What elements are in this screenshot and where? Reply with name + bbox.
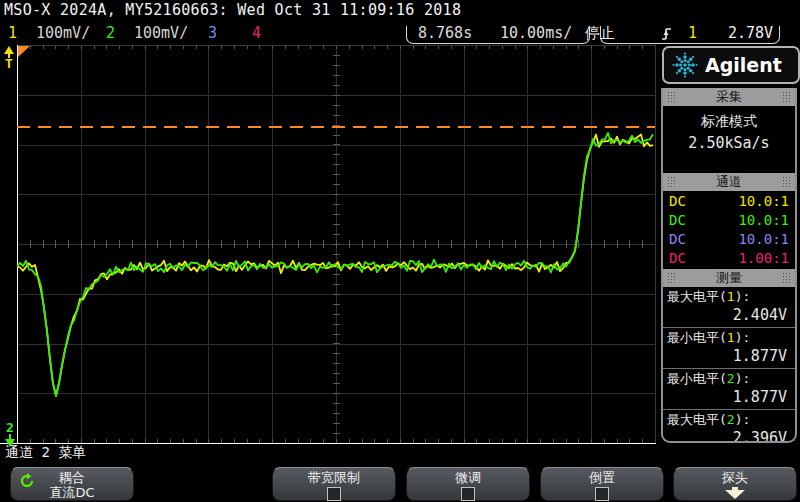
sidebar-panel: 采集 标准模式 2.50kSa/s 通道 DC 10.0:1 DC 10.0:1… [661,88,797,443]
down-arrow-icon [725,490,745,499]
coupling-value: DC [669,192,686,211]
grip-icon [667,272,676,284]
channel-row-3: DC 10.0:1 [663,230,795,249]
acquisition-mode: 标准模式 [663,113,795,131]
measurement-channel: 1 [727,289,735,304]
menu-title: 通道 2 菜单 [5,444,86,462]
checkbox-unchecked [327,487,341,501]
grip-icon [782,272,791,284]
measurement-value: 1.877V [663,388,795,407]
agilent-starburst-icon [672,52,698,78]
section-title: 测量 [716,269,742,287]
softkey-bw-limit[interactable]: 带宽限制 [272,467,396,501]
section-header-channels: 通道 [663,173,795,191]
softkey-invert[interactable]: 倒置 [540,467,664,501]
probe-ratio: 10.0:1 [738,230,789,249]
softkey-fine-adjust[interactable]: 微调 [406,467,530,501]
section-title: 通道 [716,173,742,191]
brand-logo-box: Agilent [662,46,800,84]
sidebar: Agilent 采集 标准模式 2.50kSa/s 通道 DC 10.0:1 D… [661,45,797,445]
sample-rate: 2.50kSa/s [663,134,795,152]
channel-row-4: DC 1.00:1 [663,249,795,268]
measurement-label: 最大电平( [667,412,727,427]
coupling-value: DC [669,211,686,230]
grip-icon [782,176,791,188]
acquisition-info: 标准模式 2.50kSa/s [663,113,795,173]
probe-ratio: 10.0:1 [738,211,789,230]
measurement-list: 最大电平(1): 2.404V 最小电平(1): 1.877V 最小电平(2):… [663,287,795,443]
softkey-label: 倒置 [541,470,663,485]
grip-icon [667,176,676,188]
softkey-label: 探头 [674,470,796,485]
measurement-item: 最大电平(1): 2.404V [663,287,795,328]
softkey-label: 微调 [407,470,529,485]
checkbox-unchecked [461,487,475,501]
channel-settings-list: DC 10.0:1 DC 10.0:1 DC 10.0:1 DC 1.00:1 [663,191,795,269]
channel-row-2: DC 10.0:1 [663,211,795,230]
probe-ratio: 10.0:1 [738,192,789,211]
measurement-label-suffix: ): [735,330,751,345]
probe-ratio: 1.00:1 [738,249,789,268]
coupling-value: DC [669,230,686,249]
measurement-item: 最大电平(2): 2.396V [663,410,795,443]
measurement-value: 1.877V [663,347,795,366]
softkey-probe[interactable]: 探头 [673,467,797,501]
grip-icon [782,91,791,103]
measurement-label: 最小电平( [667,330,727,345]
brand-name: Agilent [705,54,782,76]
measurement-channel: 2 [727,412,735,427]
channel-row-1: DC 10.0:1 [663,192,795,211]
coupling-value: DC [669,249,686,268]
measurement-label: 最大电平( [667,289,727,304]
section-title: 采集 [716,88,742,106]
checkbox-unchecked [595,487,609,501]
measurement-item: 最小电平(2): 1.877V [663,369,795,410]
softkey-label: 带宽限制 [273,470,395,485]
measurement-label: 最小电平( [667,371,727,386]
measurement-channel: 2 [727,371,735,386]
measurement-value: 2.404V [663,306,795,325]
grip-icon [667,91,676,103]
measurement-label-suffix: ): [735,371,751,386]
measurement-label-suffix: ): [735,289,751,304]
oscilloscope-screen: { "window": { "title": "MSO-X 2024A, MY5… [0,0,800,502]
softkey-coupling[interactable]: 耦合 直流DC [10,467,134,501]
measurement-item: 最小电平(1): 1.877V [663,328,795,369]
section-header-measurements: 测量 [663,269,795,287]
cycle-icon [19,473,35,489]
measurement-value: 2.396V [663,429,795,443]
section-header-acquisition: 采集 [663,88,795,106]
measurement-label-suffix: ): [735,412,751,427]
measurement-channel: 1 [727,330,735,345]
